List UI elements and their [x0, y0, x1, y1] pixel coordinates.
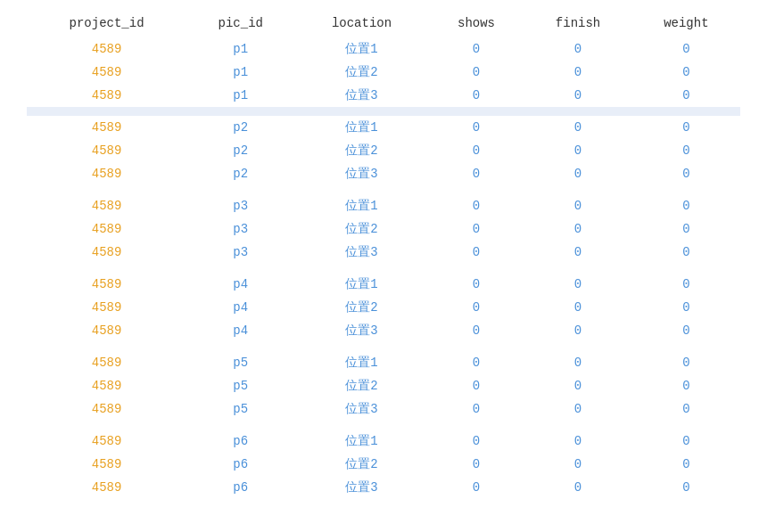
cell-project-id: 4589	[27, 319, 186, 342]
cell-project-id: 4589	[27, 217, 186, 241]
cell-pic-id: p4	[186, 319, 294, 342]
table-row: 4589p5位置1000	[27, 351, 740, 374]
cell-project-id: 4589	[27, 430, 186, 453]
cell-finish: 0	[524, 61, 631, 84]
table-row: 4589p2位置2000	[27, 139, 740, 162]
cell-project-id: 4589	[27, 84, 186, 107]
cell-finish: 0	[524, 430, 631, 453]
cell-pic-id: p1	[186, 84, 294, 107]
cell-finish: 0	[524, 37, 631, 61]
cell-weight: 0	[632, 217, 740, 241]
table-row: 4589p4位置2000	[27, 296, 740, 319]
cell-shows: 0	[429, 116, 524, 139]
cell-pic-id: p6	[186, 476, 294, 499]
cell-finish: 0	[524, 351, 631, 374]
cell-project-id: 4589	[27, 397, 186, 421]
cell-pic-id: p3	[186, 194, 294, 217]
cell-location: 位置1	[294, 273, 428, 296]
cell-shows: 0	[429, 351, 524, 374]
cell-shows: 0	[429, 476, 524, 499]
table-row: 4589p2位置1000	[27, 116, 740, 139]
table-row: 4589p6位置3000	[27, 476, 740, 499]
cell-finish: 0	[524, 273, 631, 296]
cell-pic-id: p6	[186, 453, 294, 476]
cell-weight: 0	[632, 37, 740, 61]
cell-weight: 0	[632, 319, 740, 342]
cell-pic-id: p4	[186, 296, 294, 319]
cell-location: 位置3	[294, 162, 428, 185]
cell-pic-id: p5	[186, 374, 294, 397]
cell-weight: 0	[632, 61, 740, 84]
cell-weight: 0	[632, 116, 740, 139]
cell-weight: 0	[632, 162, 740, 185]
cell-weight: 0	[632, 296, 740, 319]
cell-weight: 0	[632, 453, 740, 476]
table-row: 4589p3位置1000	[27, 194, 740, 217]
cell-finish: 0	[524, 476, 631, 499]
cell-finish: 0	[524, 116, 631, 139]
cell-pic-id: p1	[186, 61, 294, 84]
cell-pic-id: p1	[186, 37, 294, 61]
cell-shows: 0	[429, 241, 524, 264]
data-table: project_id pic_id location shows finish …	[27, 9, 740, 499]
cell-weight: 0	[632, 139, 740, 162]
table-row: 4589p1位置1000	[27, 37, 740, 61]
table-row: 4589p6位置2000	[27, 453, 740, 476]
cell-project-id: 4589	[27, 296, 186, 319]
col-header-project-id: project_id	[27, 9, 186, 37]
cell-shows: 0	[429, 453, 524, 476]
cell-pic-id: p3	[186, 241, 294, 264]
cell-weight: 0	[632, 397, 740, 421]
cell-pic-id: p6	[186, 430, 294, 453]
cell-finish: 0	[524, 217, 631, 241]
cell-pic-id: p2	[186, 116, 294, 139]
cell-finish: 0	[524, 84, 631, 107]
cell-pic-id: p2	[186, 139, 294, 162]
group-separator-row	[27, 107, 740, 116]
cell-finish: 0	[524, 374, 631, 397]
cell-project-id: 4589	[27, 241, 186, 264]
cell-finish: 0	[524, 453, 631, 476]
cell-pic-id: p4	[186, 273, 294, 296]
table-row: 4589p2位置3000	[27, 162, 740, 185]
cell-weight: 0	[632, 273, 740, 296]
cell-location: 位置1	[294, 116, 428, 139]
table-header-row: project_id pic_id location shows finish …	[27, 9, 740, 37]
cell-shows: 0	[429, 61, 524, 84]
cell-project-id: 4589	[27, 139, 186, 162]
cell-shows: 0	[429, 217, 524, 241]
cell-location: 位置2	[294, 61, 428, 84]
cell-location: 位置2	[294, 296, 428, 319]
cell-project-id: 4589	[27, 351, 186, 374]
cell-project-id: 4589	[27, 116, 186, 139]
cell-shows: 0	[429, 273, 524, 296]
cell-shows: 0	[429, 139, 524, 162]
cell-finish: 0	[524, 296, 631, 319]
group-separator-row	[27, 421, 740, 430]
cell-location: 位置2	[294, 453, 428, 476]
cell-finish: 0	[524, 319, 631, 342]
cell-weight: 0	[632, 194, 740, 217]
cell-project-id: 4589	[27, 37, 186, 61]
table-row: 4589p5位置3000	[27, 397, 740, 421]
cell-project-id: 4589	[27, 273, 186, 296]
cell-project-id: 4589	[27, 476, 186, 499]
cell-project-id: 4589	[27, 374, 186, 397]
cell-pic-id: p2	[186, 162, 294, 185]
table-row: 4589p6位置1000	[27, 430, 740, 453]
group-separator-row	[27, 342, 740, 351]
cell-shows: 0	[429, 162, 524, 185]
cell-weight: 0	[632, 430, 740, 453]
cell-weight: 0	[632, 351, 740, 374]
cell-location: 位置2	[294, 217, 428, 241]
group-separator-row	[27, 264, 740, 273]
table-container: project_id pic_id location shows finish …	[0, 0, 767, 508]
table-row: 4589p1位置2000	[27, 61, 740, 84]
cell-shows: 0	[429, 430, 524, 453]
cell-shows: 0	[429, 84, 524, 107]
cell-location: 位置1	[294, 194, 428, 217]
cell-location: 位置1	[294, 37, 428, 61]
cell-location: 位置2	[294, 374, 428, 397]
table-row: 4589p5位置2000	[27, 374, 740, 397]
cell-location: 位置3	[294, 319, 428, 342]
